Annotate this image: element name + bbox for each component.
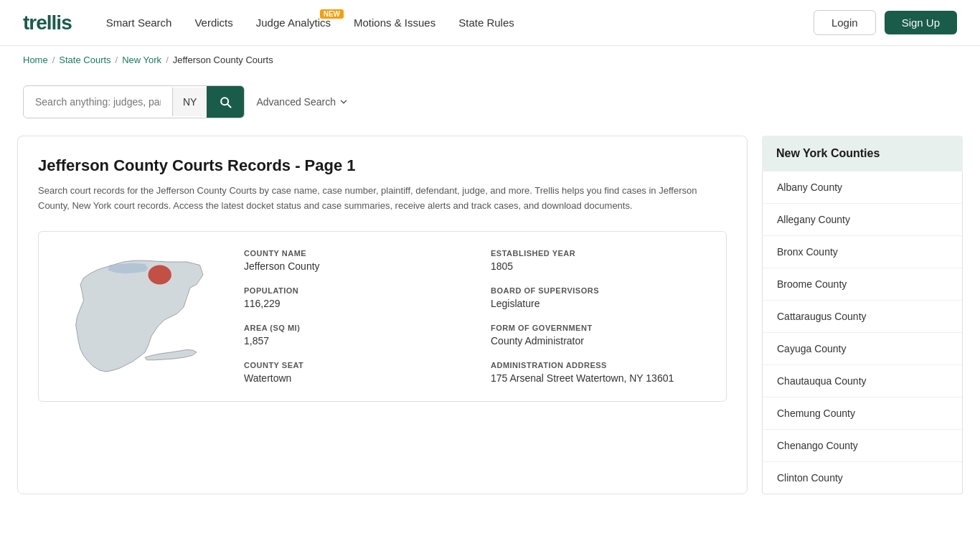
search-button[interactable] [207,86,244,118]
area-item: AREA (SQ MI) 1,857 [244,324,462,347]
search-input[interactable] [24,88,172,116]
main-nav: Smart Search Verdicts Judge Analytics NE… [106,17,514,29]
sidebar-item-chemung[interactable]: Chemung County [763,397,962,430]
advanced-search-toggle[interactable]: Advanced Search [256,96,349,108]
sidebar-item-chautauqua[interactable]: Chautauqua County [763,365,962,397]
population-value: 116,229 [244,298,462,309]
breadcrumb-home[interactable]: Home [23,55,48,65]
sidebar-item-clinton[interactable]: Clinton County [763,462,962,494]
sidebar-item-allegany[interactable]: Allegany County [763,204,962,236]
county-seat-label: COUNTY SEAT [244,361,462,369]
admin-address-value: 175 Arsenal Street Watertown, NY 13601 [491,372,709,384]
admin-address-label: ADMINISTRATION ADDRESS [491,361,709,369]
nav-smart-search[interactable]: Smart Search [106,17,172,29]
established-year-item: ESTABLISHED YEAR 1805 [491,249,709,272]
sidebar-item-bronx[interactable]: Bronx County [763,236,962,268]
sidebar-item-albany[interactable]: Albany County [763,171,962,204]
page-title: Jefferson County Courts Records - Page 1 [38,156,727,175]
county-details: COUNTY NAME Jefferson County ESTABLISHED… [244,249,709,384]
form-government-value: County Administrator [491,335,709,347]
page-description: Search court records for the Jefferson C… [38,184,727,214]
nav-judge-analytics[interactable]: Judge Analytics NEW [256,17,331,29]
board-supervisors-label: BOARD OF SUPERVISORS [491,286,709,295]
sidebar-item-chenango[interactable]: Chenango County [763,430,962,462]
county-card: COUNTY NAME Jefferson County ESTABLISHED… [38,231,727,402]
county-map [56,249,221,384]
login-button[interactable]: Login [814,10,876,35]
search-icon [218,95,232,109]
area-label: AREA (SQ MI) [244,324,462,332]
nav-state-rules[interactable]: State Rules [458,17,514,29]
admin-address-item: ADMINISTRATION ADDRESS 175 Arsenal Stree… [491,361,709,384]
established-year-label: ESTABLISHED YEAR [491,249,709,258]
left-panel: Jefferson County Courts Records - Page 1… [17,136,748,494]
board-supervisors-value: Legislature [491,298,709,309]
form-government-item: FORM OF GOVERNMENT County Administrator [491,324,709,347]
chevron-down-icon [339,97,349,107]
county-seat-item: COUNTY SEAT Watertown [244,361,462,384]
county-name-label: COUNTY NAME [244,249,462,258]
breadcrumb-sep-3: / [166,55,169,65]
signup-button[interactable]: Sign Up [885,11,957,34]
svg-point-0 [149,265,171,284]
sidebar-header: New York Counties [762,136,963,171]
sidebar: New York Counties Albany County Allegany… [762,136,963,494]
main-content: Jefferson County Courts Records - Page 1… [0,136,980,512]
sidebar-item-cattaraugus[interactable]: Cattaraugus County [763,301,962,333]
county-seat-value: Watertown [244,372,462,384]
county-name-value: Jefferson County [244,260,462,272]
breadcrumb-sep-1: / [52,55,55,65]
population-label: POPULATION [244,286,462,295]
search-state: NY [172,88,207,116]
nav-motions[interactable]: Motions & Issues [354,17,435,29]
sidebar-item-cayuga[interactable]: Cayuga County [763,333,962,365]
breadcrumb-new-york[interactable]: New York [122,55,161,65]
nav-verdicts[interactable]: Verdicts [194,17,232,29]
established-year-value: 1805 [491,260,709,272]
ny-map-svg [56,249,221,378]
logo[interactable]: trellis [23,11,72,34]
area-value: 1,857 [244,335,462,347]
breadcrumb: Home / State Courts / New York / Jeffers… [0,46,980,74]
search-bar: NY [23,85,245,118]
board-supervisors-item: BOARD OF SUPERVISORS Legislature [491,286,709,309]
population-item: POPULATION 116,229 [244,286,462,309]
sidebar-item-broome[interactable]: Broome County [763,268,962,301]
header: trellis Smart Search Verdicts Judge Anal… [0,0,980,46]
breadcrumb-current: Jefferson County Courts [173,55,273,65]
new-badge: NEW [320,9,344,19]
breadcrumb-state-courts[interactable]: State Courts [59,55,110,65]
breadcrumb-sep-2: / [116,55,118,65]
header-actions: Login Sign Up [814,10,957,35]
search-section: NY Advanced Search [0,74,980,136]
form-government-label: FORM OF GOVERNMENT [491,324,709,332]
county-name-item: COUNTY NAME Jefferson County [244,249,462,272]
sidebar-list: Albany County Allegany County Bronx Coun… [762,171,963,494]
